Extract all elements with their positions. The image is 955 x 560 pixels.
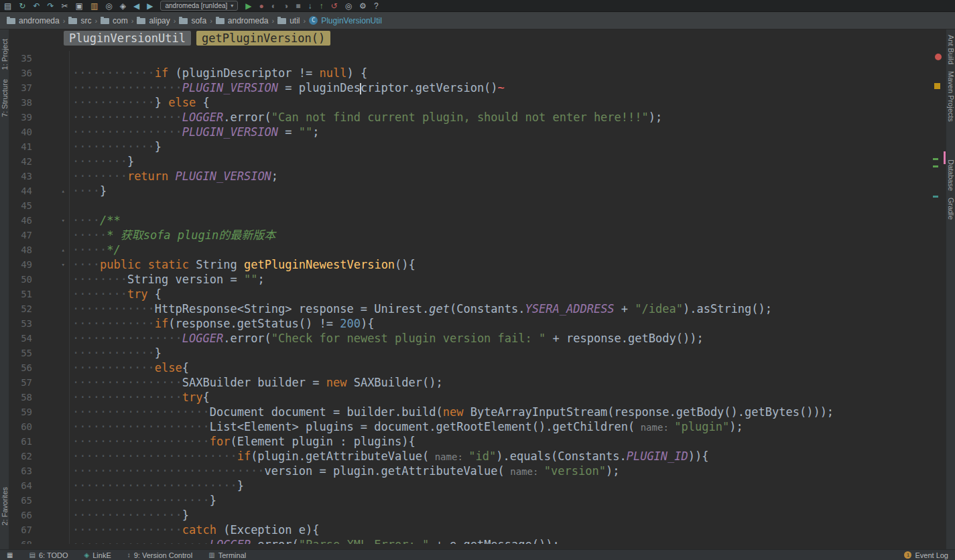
code-line-66[interactable]: 66················} [9, 508, 946, 522]
code-line-38[interactable]: 38············} else { [9, 95, 946, 110]
line-number[interactable]: 39 [9, 110, 32, 125]
line-number[interactable]: 64 [9, 478, 32, 493]
line-number[interactable]: 44 [9, 184, 32, 198]
line-number[interactable]: 57 [9, 375, 32, 390]
commit-icon[interactable]: ↑ [320, 0, 324, 12]
warning-stripe-mark[interactable] [934, 83, 940, 89]
code-line-45[interactable]: 45 [9, 198, 946, 213]
line-number[interactable]: 38 [9, 95, 32, 110]
breadcrumb-item-alipay[interactable]: alipay [137, 16, 170, 25]
line-number[interactable]: 40 [9, 125, 32, 139]
tool-button--favorites[interactable]: 2: Favorites [1, 487, 9, 525]
statusbar-todo[interactable]: ▤6: TODO [29, 551, 68, 559]
breadcrumb-item-andromeda[interactable]: andromeda [7, 16, 60, 25]
editor[interactable]: PluginVersionUtil getPluginVersion() 353… [9, 29, 946, 544]
line-number[interactable]: 45 [9, 198, 32, 213]
statusbar-event-log[interactable]: 1Event Log [904, 551, 948, 559]
line-number[interactable]: 63 [9, 464, 32, 478]
line-number[interactable]: 59 [9, 405, 32, 419]
code-line-36[interactable]: 36············if (pluginDescriptor != nu… [9, 66, 946, 80]
code-line-49[interactable]: 49▾····public static String getPluginNew… [9, 257, 946, 272]
vcs-change-mark-2[interactable] [933, 165, 938, 167]
code-line-51[interactable]: 51········try { [9, 287, 946, 301]
line-number[interactable]: 60 [9, 419, 32, 434]
fold-collapse-icon[interactable]: ▴ [62, 184, 65, 198]
help-icon[interactable]: ? [374, 0, 379, 12]
open-icon[interactable]: ▤ [4, 0, 11, 12]
redo-icon[interactable]: ↷ [47, 0, 54, 12]
code-line-54[interactable]: 54················LOGGER.error("Check fo… [9, 331, 946, 346]
cut-icon[interactable]: ✂ [62, 0, 68, 12]
line-number[interactable]: 48 [9, 242, 32, 257]
line-number[interactable]: 67 [9, 522, 32, 537]
tool-button-gradle[interactable]: Gradle [947, 198, 955, 220]
statusbar-terminal[interactable]: ▥Terminal [208, 551, 246, 559]
line-number[interactable]: 66 [9, 508, 32, 522]
fold-expand-icon[interactable]: ▾ [62, 213, 65, 228]
line-number[interactable]: 37 [9, 80, 32, 95]
code-line-60[interactable]: 60····················List<Element> plug… [9, 419, 946, 434]
settings-icon[interactable]: ⚙ [359, 0, 367, 12]
breadcrumb-item-andromeda[interactable]: andromeda [216, 16, 269, 25]
forward-icon[interactable]: ▶ [147, 0, 153, 12]
line-number[interactable]: 54 [9, 331, 32, 346]
breadcrumb-item-com[interactable]: com [101, 16, 128, 25]
tool-button--project[interactable]: 1: Project [1, 39, 9, 70]
line-number[interactable]: 46 [9, 213, 32, 228]
line-number[interactable]: 56 [9, 360, 32, 375]
line-number[interactable]: 61 [9, 434, 32, 449]
replace-icon[interactable]: ◈ [120, 0, 126, 12]
profiler-icon[interactable]: ◑ [283, 0, 288, 12]
tool-button-ant-build[interactable]: Ant Build [947, 35, 955, 64]
code-line-63[interactable]: 63····························version = … [9, 464, 946, 478]
find-icon[interactable]: ◎ [105, 0, 112, 12]
line-number[interactable]: 68 [9, 537, 32, 544]
code-line-39[interactable]: 39················LOGGER.error("Can not … [9, 110, 946, 125]
code-line-50[interactable]: 50········String version = ""; [9, 272, 946, 287]
line-number[interactable]: 51 [9, 287, 32, 301]
line-number[interactable]: 65 [9, 493, 32, 508]
line-number[interactable]: 50 [9, 272, 32, 287]
code-line-61[interactable]: 61····················for(Element plugin… [9, 434, 946, 449]
analysis-error-badge[interactable] [935, 54, 942, 60]
back-icon[interactable]: ◀ [133, 0, 139, 12]
line-number[interactable]: 47 [9, 228, 32, 242]
code-line-57[interactable]: 57················SAXBuilder builder = n… [9, 375, 946, 390]
code-line-48[interactable]: 48▴·····*/ [9, 242, 946, 257]
vcs-change-mark-3[interactable] [933, 196, 938, 198]
caret-stripe-mark[interactable] [944, 151, 946, 164]
rollback-icon[interactable]: ↺ [331, 0, 338, 12]
line-number[interactable]: 41 [9, 139, 32, 154]
stop-icon[interactable]: ■ [296, 0, 300, 12]
line-number[interactable]: 35 [9, 51, 32, 66]
code-line-59[interactable]: 59····················Document document … [9, 405, 946, 419]
code-line-65[interactable]: 65····················} [9, 493, 946, 508]
paste-icon[interactable]: ▥ [90, 0, 98, 12]
code-line-53[interactable]: 53············if(response.getStatus() !=… [9, 316, 946, 331]
code-line-47[interactable]: 47·····* 获取sofa plugin的最新版本 [9, 228, 946, 242]
code-line-40[interactable]: 40················PLUGIN_VERSION = ""; [9, 125, 946, 139]
line-number[interactable]: 58 [9, 390, 32, 405]
fold-collapse-icon[interactable]: ▴ [62, 242, 65, 257]
run-config-select[interactable]: andromeda [runIdea]▾ [160, 1, 238, 11]
search-everywhere-icon[interactable]: ◎ [345, 0, 352, 12]
breadcrumb-item-sofa[interactable]: sofa [179, 16, 206, 25]
line-number[interactable]: 55 [9, 346, 32, 360]
line-number[interactable]: 49 [9, 257, 32, 272]
copy-icon[interactable]: ▣ [76, 0, 83, 12]
statusbar-linke[interactable]: ◈LinkE [84, 551, 111, 559]
debug-icon[interactable]: ● [259, 0, 264, 12]
run-icon[interactable]: ▶ [245, 0, 251, 12]
code-line-44[interactable]: 44▴····} [9, 184, 946, 198]
code-line-58[interactable]: 58················try{ [9, 390, 946, 405]
code-line-46[interactable]: 46▾····/** [9, 213, 946, 228]
sync-icon[interactable]: ↻ [19, 0, 25, 12]
code-line-41[interactable]: 41············} [9, 139, 946, 154]
code-line-56[interactable]: 56············else{ [9, 360, 946, 375]
line-number[interactable]: 36 [9, 66, 32, 80]
line-number[interactable]: 43 [9, 169, 32, 184]
code-line-55[interactable]: 55············} [9, 346, 946, 360]
tool-button-database[interactable]: Database [947, 159, 955, 191]
statusbar-version-control[interactable]: ↕9: Version Control [127, 551, 192, 559]
code-line-35[interactable]: 35 [9, 51, 946, 66]
